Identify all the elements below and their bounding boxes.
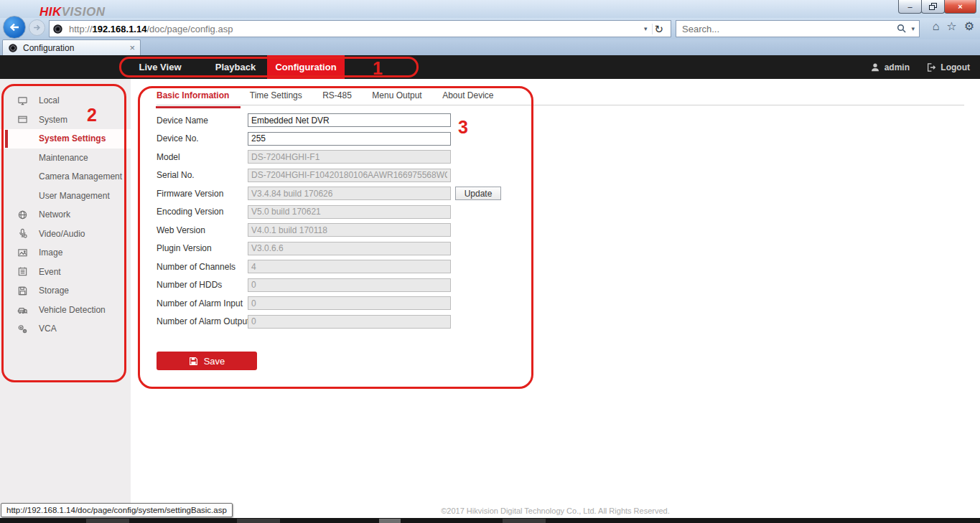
- browser-tab-strip: [0, 39, 980, 55]
- sidebar-item-vehicle-detection[interactable]: Vehicle Detection: [0, 301, 131, 320]
- sidebar-item-system-settings[interactable]: System Settings: [0, 129, 131, 149]
- refresh-icon[interactable]: ↻: [652, 24, 668, 34]
- field-row-device-name: Device Name: [157, 111, 980, 130]
- search-box[interactable]: ▾: [676, 20, 920, 37]
- sidebar-item-image[interactable]: Image: [0, 243, 131, 263]
- content-tabs: Basic Information Time Settings RS-485 M…: [157, 88, 964, 105]
- favorites-star-icon[interactable]: ☆: [946, 21, 956, 32]
- nav-playback[interactable]: Playback: [212, 55, 259, 79]
- window-titlebar: [0, 0, 980, 18]
- tab-favicon: [8, 43, 18, 53]
- firmware-version-input: [248, 187, 451, 200]
- forward-arrow-icon: [32, 23, 42, 32]
- tab-about-device[interactable]: About Device: [442, 90, 493, 107]
- logout-icon: [926, 62, 936, 72]
- user-icon: [870, 62, 880, 72]
- disk-icon: [17, 286, 28, 296]
- main-content: Basic Information Time Settings RS-485 M…: [131, 79, 980, 519]
- sidebar-item-maintenance[interactable]: Maintenance: [0, 149, 131, 168]
- globe-icon: [17, 209, 28, 220]
- url-text: http://192.168.1.14/doc/page/config.asp: [69, 24, 233, 34]
- tab-menu-output[interactable]: Menu Output: [372, 90, 421, 107]
- tab-basic-information[interactable]: Basic Information: [157, 90, 229, 107]
- nav-live-view[interactable]: Live View: [134, 55, 186, 79]
- taskbar-edge: [0, 518, 980, 523]
- logout-button[interactable]: Logout: [926, 55, 970, 79]
- minimize-button[interactable]: –: [898, 0, 922, 14]
- tab-title: Configuration: [23, 43, 74, 53]
- sidebar: Local System System Settings Maintenance…: [0, 79, 131, 519]
- sidebar-item-local[interactable]: Local: [0, 91, 131, 110]
- field-row-web-version: Web Version: [157, 221, 980, 240]
- sidebar-item-user-management[interactable]: User Management: [0, 187, 131, 206]
- calendar-icon: [17, 266, 28, 277]
- search-icon[interactable]: [897, 24, 907, 34]
- username: admin: [885, 62, 910, 72]
- field-row-number-of-hdds: Number of HDDs: [157, 276, 980, 295]
- back-arrow-icon: [8, 21, 21, 34]
- settings-gear-icon[interactable]: ⚙: [964, 21, 974, 32]
- serial-no-input: [248, 169, 451, 182]
- microphone-icon: [17, 228, 28, 239]
- update-button[interactable]: Update: [455, 187, 501, 200]
- device-no-input[interactable]: [248, 132, 451, 146]
- field-row-number-of-alarm-output: Number of Alarm Output: [157, 313, 980, 331]
- monitor-icon: [17, 95, 28, 106]
- copyright-footer: ©2017 Hikvision Digital Technology Co., …: [131, 506, 980, 515]
- back-button[interactable]: [3, 16, 26, 39]
- minimize-icon: –: [907, 3, 912, 11]
- sidebar-item-video-audio[interactable]: Video/Audio: [0, 225, 131, 244]
- field-row-number-of-alarm-input: Number of Alarm Input: [157, 294, 980, 313]
- save-label: Save: [204, 356, 225, 367]
- plugin-version-input: [248, 242, 451, 255]
- vca-icon: [17, 324, 28, 334]
- search-dropdown-icon[interactable]: ▾: [911, 26, 915, 32]
- field-row-device-no: Device No.: [157, 130, 980, 149]
- tab-rs485[interactable]: RS-485: [322, 90, 352, 107]
- save-button[interactable]: Save: [157, 352, 257, 370]
- field-row-serial-no: Serial No.: [157, 166, 980, 185]
- device-name-input[interactable]: [248, 113, 451, 127]
- tab-time-settings[interactable]: Time Settings: [250, 90, 302, 107]
- browser-tab[interactable]: Configuration ×: [2, 39, 141, 55]
- status-bar-url: http://192.168.1.14/doc/page/config/syst…: [1, 503, 233, 517]
- address-dropdown-icon[interactable]: ▾: [639, 26, 653, 32]
- window-controls: – ×: [899, 0, 976, 14]
- save-icon: [189, 357, 198, 366]
- browser-toolbar-icons: ⌂ ☆ ⚙: [933, 21, 974, 32]
- field-row-plugin-version: Plugin Version: [157, 240, 980, 258]
- close-button[interactable]: ×: [944, 0, 976, 14]
- close-icon: ×: [958, 3, 962, 11]
- field-row-model: Model: [157, 148, 980, 166]
- site-favicon: [52, 24, 63, 34]
- nav-configuration[interactable]: Configuration: [267, 55, 345, 79]
- web-version-input: [248, 223, 451, 237]
- sidebar-item-storage[interactable]: Storage: [0, 281, 131, 301]
- tab-close-icon[interactable]: ×: [129, 43, 135, 52]
- encoding-version-input: [248, 205, 451, 219]
- search-input[interactable]: [681, 23, 897, 35]
- sidebar-item-vca[interactable]: VCA: [0, 319, 131, 339]
- system-window-icon: [17, 114, 28, 125]
- vehicle-icon: [17, 304, 28, 315]
- model-input: [248, 150, 451, 164]
- hikvision-logo: HIKVISION: [39, 0, 105, 24]
- number-of-channels-input: [248, 260, 451, 273]
- sidebar-item-system[interactable]: System: [0, 110, 131, 130]
- forward-button[interactable]: [29, 19, 45, 36]
- sidebar-item-network[interactable]: Network: [0, 205, 131, 225]
- number-of-alarm-output-input: [248, 315, 451, 329]
- field-row-number-of-channels: Number of Channels: [157, 258, 980, 276]
- restore-icon: [929, 3, 937, 10]
- field-row-firmware-version: Firmware Version Update: [157, 184, 980, 203]
- logout-label: Logout: [941, 62, 970, 72]
- home-icon[interactable]: ⌂: [933, 21, 940, 32]
- user-menu[interactable]: admin: [870, 55, 910, 79]
- restore-button[interactable]: [921, 0, 945, 14]
- number-of-hdds-input: [248, 278, 451, 292]
- sidebar-item-camera-management[interactable]: Camera Management: [0, 167, 131, 187]
- field-row-encoding-version: Encoding Version: [157, 203, 980, 222]
- address-bar[interactable]: http://192.168.1.14/doc/page/config.asp …: [49, 20, 671, 37]
- picture-icon: [17, 248, 28, 258]
- sidebar-item-event[interactable]: Event: [0, 263, 131, 282]
